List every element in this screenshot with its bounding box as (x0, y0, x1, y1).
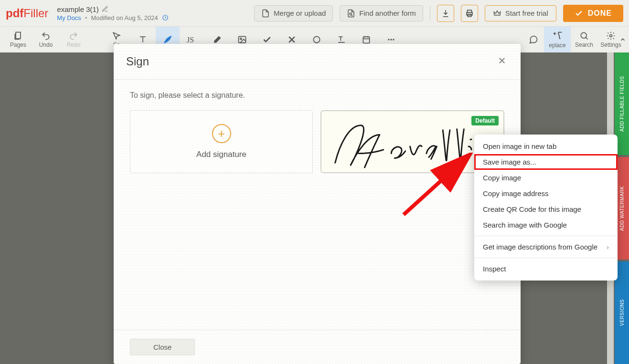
ctx-qr-code[interactable]: Create QR Code for this image (474, 201, 618, 217)
replace-icon (552, 31, 563, 41)
merge-upload-label: Merge or upload (274, 9, 326, 17)
print-icon (465, 9, 474, 18)
svg-point-14 (581, 32, 586, 38)
gear-icon (606, 31, 616, 41)
ctx-open-new-tab[interactable]: Open image in new tab (474, 138, 618, 154)
modal-close-footer-button[interactable]: Close (130, 339, 195, 355)
ctx-save-image-as[interactable]: Save image as... (474, 154, 618, 170)
ctx-copy-address[interactable]: Copy image address (474, 186, 618, 201)
search-tool[interactable]: Search (571, 27, 597, 53)
replace-tool[interactable]: eplace (544, 27, 571, 53)
logo[interactable]: pdfFiller (6, 7, 48, 20)
divider (430, 6, 430, 21)
app-header: pdfFiller example 3(1) My Docs Modified … (0, 0, 629, 26)
svg-text:JS: JS (187, 36, 194, 44)
ctx-image-descriptions[interactable]: Get image descriptions from Google › (474, 239, 618, 255)
mydocs-link[interactable]: My Docs (57, 14, 81, 21)
separator-dot (85, 14, 87, 21)
check-icon (575, 9, 583, 18)
document-title: example 3(1) (57, 5, 99, 13)
svg-point-15 (610, 35, 612, 37)
image-icon (237, 35, 247, 44)
undo-label: Undo (39, 42, 53, 48)
done-button[interactable]: DONE (563, 5, 623, 22)
pages-icon (13, 31, 23, 41)
calendar-icon (362, 35, 371, 44)
signature-row: + Add signature Default (130, 110, 504, 173)
svg-rect-5 (16, 32, 21, 39)
download-button[interactable] (437, 5, 454, 22)
cross-icon (287, 35, 297, 44)
sign-modal: Sign To sign, please select a signature.… (114, 44, 521, 364)
text-icon (138, 35, 148, 44)
svg-point-13 (393, 39, 394, 40)
modal-close-button[interactable] (496, 54, 508, 69)
svg-point-12 (390, 39, 392, 40)
merge-upload-button[interactable]: Merge or upload (254, 5, 333, 21)
edit-title-icon[interactable] (102, 6, 108, 12)
ctx-copy-image[interactable]: Copy image (474, 170, 618, 186)
add-signature-label: Add signature (196, 150, 246, 159)
close-icon (498, 56, 506, 65)
search-icon (579, 31, 589, 41)
ctx-image-descriptions-label: Get image descriptions from Google (483, 243, 597, 251)
redo-tool: Redo (60, 27, 87, 53)
svg-rect-10 (363, 37, 369, 43)
collapse-toolbar-button[interactable] (618, 32, 627, 47)
crown-icon (493, 9, 501, 18)
search-doc-icon (347, 9, 355, 18)
start-trial-label: Start free trial (505, 9, 548, 17)
undo-tool[interactable]: Undo (32, 27, 59, 53)
start-trial-button[interactable]: Start free trial (485, 5, 556, 21)
svg-point-8 (240, 38, 242, 40)
checkmark-icon (262, 35, 272, 44)
add-signature-card[interactable]: + Add signature (130, 110, 313, 173)
pages-tool[interactable]: Pages (5, 27, 32, 53)
modal-title: Sign (126, 55, 149, 68)
comment-icon (529, 35, 538, 44)
modal-prompt: To sign, please select a signature. (130, 91, 504, 100)
svg-point-9 (313, 36, 320, 42)
redo-icon (69, 31, 78, 41)
download-icon (441, 9, 450, 18)
logo-thin: Filler (23, 7, 48, 20)
ctx-search-google[interactable]: Search image with Google (474, 217, 618, 233)
initials-icon: JS (187, 35, 198, 44)
history-icon[interactable] (162, 14, 169, 21)
modal-body: To sign, please select a signature. + Ad… (114, 80, 521, 330)
plus-icon: + (212, 124, 231, 143)
circle-icon (312, 35, 321, 44)
eraser-icon (213, 35, 222, 44)
document-info: example 3(1) My Docs Modified on Aug 5, … (57, 5, 168, 21)
ctx-inspect[interactable]: Inspect (474, 261, 618, 277)
svg-point-11 (388, 39, 389, 40)
ctx-separator (474, 236, 618, 236)
search-label: Search (575, 42, 593, 48)
pages-label: Pages (10, 42, 26, 48)
chevron-up-icon (619, 36, 626, 43)
redo-label: Redo (67, 42, 81, 48)
svg-point-1 (350, 13, 352, 15)
replace-label: eplace (549, 42, 565, 49)
modal-footer: Close (114, 330, 521, 364)
find-form-label: Find another form (359, 9, 416, 17)
print-button[interactable] (461, 5, 478, 22)
undo-icon (41, 31, 51, 41)
modal-header: Sign (114, 44, 521, 80)
more-icon (386, 35, 396, 44)
context-menu: Open image in new tab Save image as... C… (474, 135, 618, 281)
ctx-separator (474, 258, 618, 258)
logo-bold: pdf (6, 7, 23, 20)
find-form-button[interactable]: Find another form (340, 5, 423, 21)
modified-label: Modified on Aug 5, 2024 (91, 14, 158, 21)
comment-tool[interactable] (523, 27, 544, 53)
document-icon (261, 9, 270, 18)
quill-icon (162, 34, 173, 45)
signature-image (328, 121, 497, 172)
textbox-icon (337, 35, 346, 44)
done-label: DONE (588, 9, 612, 18)
cursor-icon (112, 31, 121, 41)
chevron-right-icon: › (607, 243, 609, 251)
